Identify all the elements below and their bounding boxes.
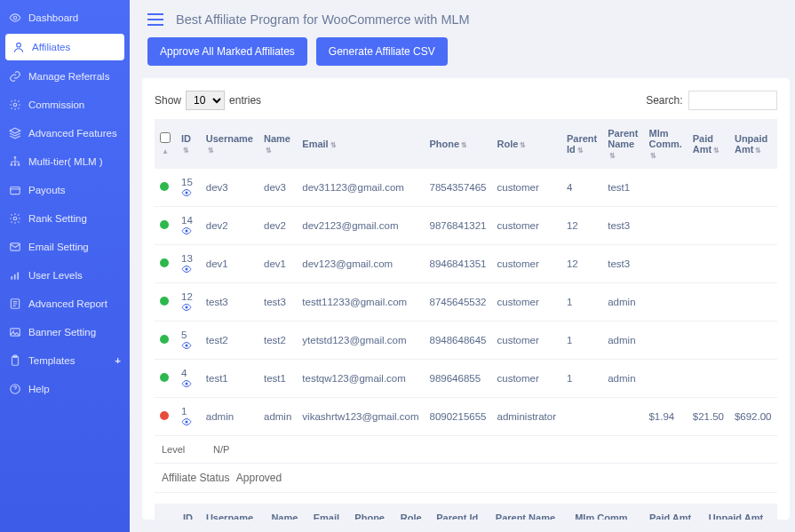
sidebar-item-label: Advanced Features bbox=[28, 128, 117, 139]
sort-icon: ⇅ bbox=[266, 147, 272, 154]
view-icon[interactable] bbox=[181, 340, 195, 351]
row-parent-id: 4 bbox=[561, 169, 602, 207]
sidebar-item-dashboard[interactable]: Dashboard bbox=[0, 4, 130, 32]
help-icon bbox=[9, 383, 21, 395]
row-paid bbox=[688, 169, 729, 207]
expand-icon[interactable] bbox=[160, 297, 169, 306]
column-header[interactable]: Username⇅ bbox=[201, 119, 258, 169]
expand-icon[interactable] bbox=[160, 335, 169, 344]
sidebar-item-advanced-features[interactable]: Advanced Features bbox=[0, 119, 130, 147]
column-header[interactable]: Name⇅ bbox=[258, 119, 297, 169]
expand-icon[interactable] bbox=[160, 258, 169, 267]
sidebar-item-manage-referrals[interactable]: Manage Referrals bbox=[0, 62, 130, 91]
row-unpaid bbox=[729, 245, 777, 283]
sidebar-item-label: Rank Setting bbox=[28, 213, 87, 224]
sidebar-item-advanced-report[interactable]: Advanced Report bbox=[0, 290, 130, 318]
column-label: Mlm Comm. bbox=[648, 128, 681, 149]
row-parent-id: 1 bbox=[561, 360, 602, 398]
view-icon[interactable] bbox=[181, 378, 195, 389]
sidebar-item-label: Help bbox=[28, 384, 50, 394]
eye-icon bbox=[9, 12, 21, 24]
sidebar-item-label: Manage Referrals bbox=[28, 71, 109, 82]
column-header[interactable]: ID⇅ bbox=[176, 119, 201, 169]
row-email: testqw123@gmail.com bbox=[297, 360, 424, 398]
affiliate-status-value: Approved bbox=[236, 472, 282, 484]
expand-icon[interactable] bbox=[160, 373, 169, 382]
affiliate-status-label: Affiliate Status bbox=[162, 472, 230, 484]
view-icon[interactable] bbox=[181, 226, 195, 236]
wallet-icon bbox=[9, 184, 21, 196]
row-parent-id: 12 bbox=[561, 207, 602, 245]
view-icon[interactable] bbox=[181, 264, 195, 274]
sidebar-item-multi-tier-mlm[interactable]: Multi-tier( MLM ) bbox=[0, 147, 130, 176]
expand-icon[interactable] bbox=[160, 220, 169, 229]
row-phone: 8090215655 bbox=[425, 398, 492, 436]
sidebar-item-rank-setting[interactable]: Rank Setting bbox=[0, 204, 130, 233]
row-parent-id: 1 bbox=[561, 283, 602, 322]
sidebar-item-label: Email Setting bbox=[28, 242, 89, 252]
row-phone: 989646855 bbox=[425, 360, 492, 398]
column-header[interactable]: Parent Id⇅ bbox=[561, 119, 602, 169]
column-header[interactable]: Unpaid Amt⇅ bbox=[729, 119, 777, 169]
column-header[interactable]: Paid Amt⇅ bbox=[688, 119, 729, 169]
table-row: 5 test2test2ytetstd123@gmail.com89486486… bbox=[155, 322, 777, 360]
view-icon[interactable] bbox=[181, 187, 195, 198]
footer-column-header: Role bbox=[395, 504, 431, 520]
sidebar-item-label: Commission bbox=[28, 99, 84, 110]
sort-icon: ⇅ bbox=[461, 142, 467, 148]
sidebar-item-commission[interactable]: Commission bbox=[0, 91, 130, 119]
row-name: dev1 bbox=[258, 245, 297, 283]
row-paid bbox=[688, 245, 729, 283]
svg-point-0 bbox=[13, 16, 17, 20]
row-phone: 8948648645 bbox=[425, 322, 492, 360]
sidebar-item-label: Payouts bbox=[28, 185, 66, 195]
view-icon[interactable] bbox=[181, 302, 195, 313]
sidebar-item-help[interactable]: Help bbox=[0, 375, 130, 403]
row-name: test1 bbox=[258, 360, 297, 398]
select-all-checkbox[interactable] bbox=[160, 132, 171, 143]
sidebar-item-label: Affiliates bbox=[32, 42, 70, 52]
clipboard-icon bbox=[9, 354, 21, 367]
column-header[interactable]: Mlm Comm.⇅ bbox=[643, 119, 687, 169]
view-icon[interactable] bbox=[181, 417, 195, 427]
sort-icon: ⇅ bbox=[713, 147, 719, 154]
entries-select[interactable]: 10 bbox=[186, 91, 225, 110]
expand-icon[interactable] bbox=[160, 411, 169, 420]
sidebar-item-label: Banner Setting bbox=[28, 327, 96, 337]
svg-point-25 bbox=[186, 421, 188, 424]
column-header[interactable]: Phone⇅ bbox=[425, 119, 492, 169]
row-id: 12 bbox=[181, 291, 193, 302]
table-row: 13 dev1dev1dev123@gmail.com8946841351cus… bbox=[155, 245, 777, 283]
column-header[interactable]: Parent Name⇅ bbox=[602, 119, 643, 169]
row-id: 4 bbox=[181, 368, 187, 378]
sidebar-item-templates[interactable]: Templates+ bbox=[0, 346, 130, 375]
footer-column-header: Mlm Comm. bbox=[569, 504, 644, 520]
svg-point-23 bbox=[186, 345, 188, 347]
row-mlm bbox=[643, 245, 687, 283]
column-label: Phone bbox=[430, 139, 460, 149]
level-label: Level bbox=[155, 436, 208, 464]
row-mlm bbox=[643, 207, 687, 245]
search-input[interactable] bbox=[688, 91, 777, 110]
row-unpaid bbox=[729, 207, 777, 245]
sidebar-item-user-levels[interactable]: User Levels bbox=[0, 261, 130, 290]
level-value: N/P bbox=[208, 436, 777, 464]
approve-all-button[interactable]: Approve All Marked Affiliates bbox=[147, 37, 307, 66]
row-mlm bbox=[643, 169, 687, 207]
generate-csv-button[interactable]: Generate Affiliate CSV bbox=[316, 37, 448, 66]
column-header[interactable]: ▲ bbox=[155, 119, 176, 169]
column-header[interactable]: Email⇅ bbox=[297, 119, 424, 169]
show-label: Show bbox=[155, 94, 181, 107]
sort-icon: ⇅ bbox=[650, 153, 656, 159]
sidebar-item-email-setting[interactable]: Email Setting bbox=[0, 233, 130, 261]
row-unpaid bbox=[729, 322, 777, 360]
sidebar-item-banner-setting[interactable]: Banner Setting bbox=[0, 318, 130, 346]
sidebar-item-label: User Levels bbox=[28, 270, 83, 281]
sidebar-item-affiliates[interactable]: Affiliates bbox=[5, 34, 124, 60]
expand-icon[interactable] bbox=[160, 182, 169, 191]
sidebar-item-payouts[interactable]: Payouts bbox=[0, 176, 130, 204]
column-header[interactable]: Role⇅ bbox=[492, 119, 561, 169]
menu-toggle-icon[interactable] bbox=[147, 13, 163, 26]
layers-icon bbox=[9, 127, 21, 139]
search-label: Search: bbox=[646, 94, 682, 107]
